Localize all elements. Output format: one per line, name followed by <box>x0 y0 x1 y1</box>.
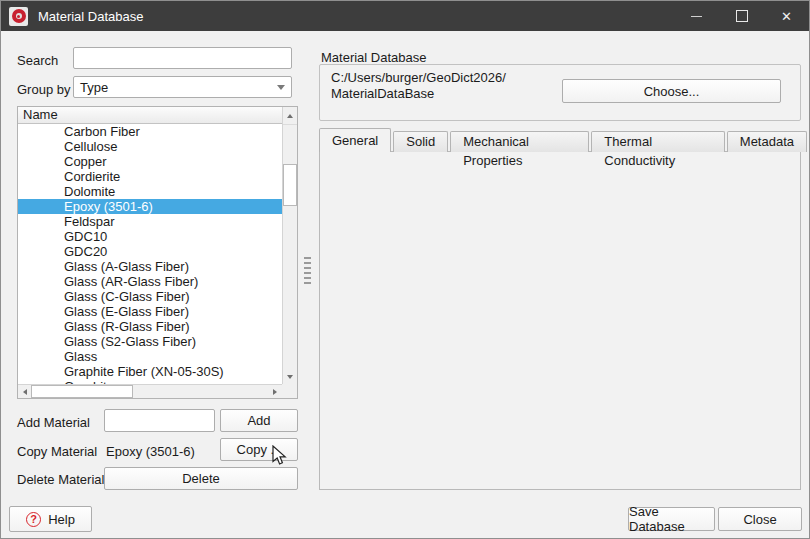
scroll-left-icon <box>23 389 27 395</box>
list-item[interactable]: Carbon Fiber <box>18 124 282 139</box>
scroll-down-icon <box>287 375 293 379</box>
delete-material-label: Delete Material <box>17 472 104 487</box>
window-controls: ✕ <box>674 1 809 31</box>
vertical-scrollbar[interactable] <box>282 107 297 384</box>
tab-bar: General Solid Mechanical Properties Ther… <box>319 128 809 152</box>
scroll-right-button[interactable] <box>268 385 282 398</box>
list-item[interactable]: Glass (A-Glass Fiber) <box>18 259 282 274</box>
chevron-down-icon <box>277 85 285 90</box>
search-label: Search <box>17 53 58 68</box>
help-button-label: Help <box>48 512 75 527</box>
list-item[interactable]: Glass <box>18 349 282 364</box>
tab-thermal-conductivity[interactable]: Thermal Conductivity <box>591 131 724 152</box>
tab-solid[interactable]: Solid <box>393 131 448 152</box>
tab-metadata[interactable]: Metadata <box>727 131 807 152</box>
list-item[interactable]: Cellulose <box>18 139 282 154</box>
database-path-line1: C:/Users/burger/GeoDict2026/ <box>331 70 506 86</box>
search-input[interactable] <box>73 47 292 69</box>
group-by-label: Group by <box>17 82 70 97</box>
list-item[interactable]: Dolomite <box>18 184 282 199</box>
minimize-button[interactable] <box>674 1 719 31</box>
list-item[interactable]: Cordierite <box>18 169 282 184</box>
scroll-right-icon <box>273 389 277 395</box>
list-item[interactable]: Feldspar <box>18 214 282 229</box>
delete-button[interactable]: Delete <box>104 467 298 490</box>
maximize-icon <box>736 10 748 22</box>
list-item[interactable]: Glass (AR-Glass Fiber) <box>18 274 282 289</box>
question-mark-circle-icon: ? <box>26 512 41 527</box>
list-item[interactable]: Copper <box>18 154 282 169</box>
database-group-title: Material Database <box>321 50 427 65</box>
save-database-button[interactable]: Save Database <box>628 507 715 531</box>
window-title: Material Database <box>38 9 144 24</box>
list-item[interactable]: GDC20 <box>18 244 282 259</box>
list-item[interactable]: Glass (E-Glass Fiber) <box>18 304 282 319</box>
group-by-select[interactable]: Type <box>73 76 292 98</box>
minimize-icon <box>691 16 702 17</box>
list-item-selected[interactable]: Epoxy (3501-6) <box>18 199 282 214</box>
add-button[interactable]: Add <box>220 409 298 432</box>
close-icon: ✕ <box>781 9 792 24</box>
tab-general[interactable]: General <box>319 128 391 152</box>
close-dialog-button[interactable]: Close <box>718 507 802 531</box>
scroll-left-button[interactable] <box>18 385 32 398</box>
horizontal-scroll-thumb[interactable] <box>31 385 133 398</box>
list-item[interactable]: Glass (S2-Glass Fiber) <box>18 334 282 349</box>
copy-material-label: Copy Material <box>17 444 97 459</box>
app-icon <box>9 7 28 26</box>
scroll-down-button[interactable] <box>283 370 297 384</box>
add-material-input[interactable] <box>104 409 215 432</box>
material-list: Name Carbon Fiber Cellulose Copper Cordi… <box>17 106 298 399</box>
scroll-up-icon <box>287 114 293 118</box>
titlebar: Material Database ✕ <box>1 1 809 31</box>
list-item[interactable]: Glass (R-Glass Fiber) <box>18 319 282 334</box>
list-item[interactable]: Glass (C-Glass Fiber) <box>18 289 282 304</box>
list-items: Carbon Fiber Cellulose Copper Cordierite… <box>18 124 282 384</box>
scrollbar-corner <box>282 384 297 398</box>
database-path: C:/Users/burger/GeoDict2026/ MaterialDat… <box>331 70 506 102</box>
list-item[interactable]: Graphite Fiber (XN-05-30S) <box>18 364 282 379</box>
close-button[interactable]: ✕ <box>764 1 809 31</box>
scroll-up-button[interactable] <box>283 107 297 125</box>
horizontal-scrollbar[interactable] <box>18 384 282 398</box>
list-item[interactable]: GDC10 <box>18 229 282 244</box>
arrow-cursor-icon <box>272 445 289 466</box>
group-by-value: Type <box>80 80 108 95</box>
help-button[interactable]: ? Help <box>9 506 92 532</box>
add-material-label: Add Material <box>17 415 90 430</box>
list-header-name[interactable]: Name <box>18 107 282 124</box>
choose-button[interactable]: Choose... <box>562 79 781 103</box>
maximize-button[interactable] <box>719 1 764 31</box>
tab-panel-general <box>319 151 801 490</box>
material-database-window: Material Database ✕ Search Group by Type… <box>0 0 810 539</box>
database-path-line2: MaterialDataBase <box>331 86 506 102</box>
vertical-scroll-thumb[interactable] <box>283 164 297 206</box>
copy-material-value: Epoxy (3501-6) <box>106 444 195 459</box>
panel-splitter-handle[interactable] <box>304 257 311 284</box>
tab-mechanical-properties[interactable]: Mechanical Properties <box>450 131 589 152</box>
